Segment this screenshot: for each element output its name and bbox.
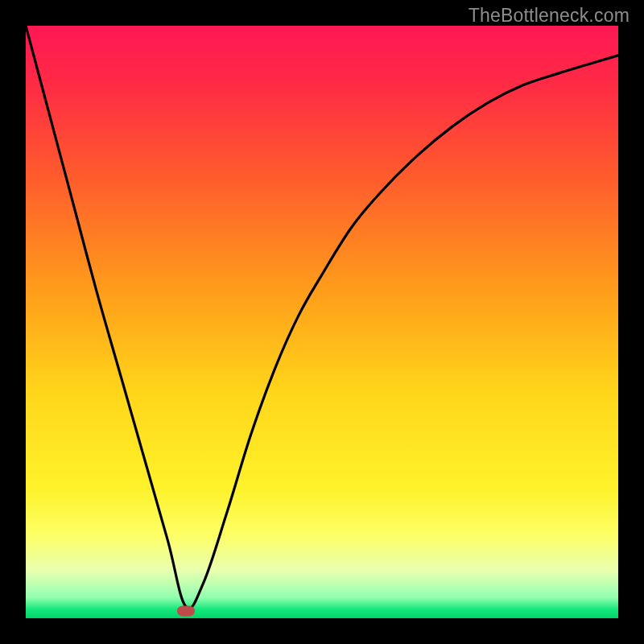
plot-area	[26, 26, 618, 618]
watermark-text: TheBottleneck.com	[469, 5, 630, 27]
bottleneck-curve	[26, 26, 618, 618]
chart-frame: TheBottleneck.com	[0, 0, 644, 644]
optimal-marker	[177, 606, 195, 617]
